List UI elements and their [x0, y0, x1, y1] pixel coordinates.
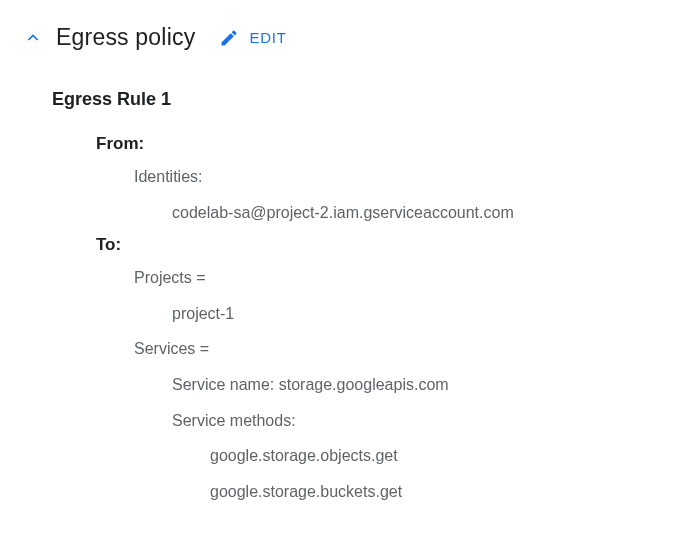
policy-header: Egress policy EDIT	[24, 24, 676, 51]
projects-subsection: Projects = project-1	[134, 265, 676, 326]
identities-subsection: Identities: codelab-sa@project-2.iam.gse…	[134, 164, 676, 225]
from-label: From:	[96, 134, 676, 154]
identity-value: codelab-sa@project-2.iam.gserviceaccount…	[172, 200, 676, 226]
services-subsection: Services = Service name: storage.googlea…	[134, 336, 676, 504]
service-method-value: google.storage.objects.get	[210, 443, 676, 469]
identities-label: Identities:	[134, 164, 676, 190]
rule-block: Egress Rule 1 From: Identities: codelab-…	[52, 89, 676, 504]
service-name-value: storage.googleapis.com	[279, 376, 449, 393]
project-value: project-1	[172, 301, 676, 327]
service-name-label: Service name:	[172, 376, 274, 393]
rule-title: Egress Rule 1	[52, 89, 676, 110]
expand-toggle[interactable]: Egress policy	[24, 24, 195, 51]
edit-label: EDIT	[249, 29, 286, 46]
service-name-line: Service name: storage.googleapis.com	[172, 372, 676, 398]
chevron-up-icon	[24, 29, 42, 47]
service-methods-label: Service methods:	[172, 408, 676, 434]
from-section: From: Identities: codelab-sa@project-2.i…	[96, 134, 676, 225]
to-section: To: Projects = project-1 Services = Serv…	[96, 235, 676, 504]
pencil-icon	[219, 28, 239, 48]
service-method-value: google.storage.buckets.get	[210, 479, 676, 505]
edit-button[interactable]: EDIT	[219, 28, 286, 48]
policy-title: Egress policy	[56, 24, 195, 51]
to-label: To:	[96, 235, 676, 255]
projects-label: Projects =	[134, 265, 676, 291]
services-label: Services =	[134, 336, 676, 362]
